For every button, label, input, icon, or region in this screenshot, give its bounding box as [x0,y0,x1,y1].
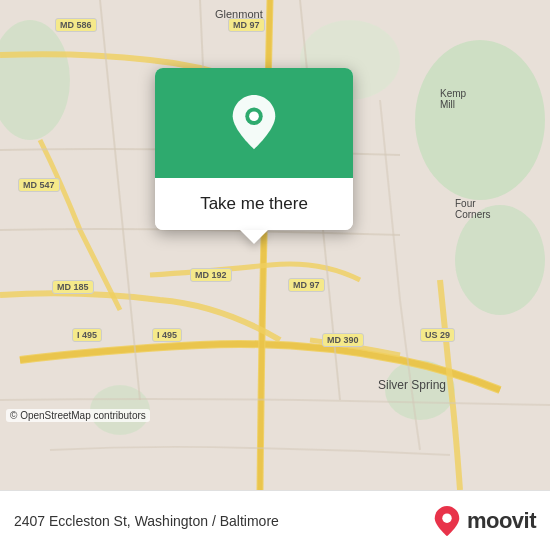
road-label-md547: MD 547 [18,178,60,192]
road-label-md586: MD 586 [55,18,97,32]
svg-point-8 [249,111,259,121]
road-label-i495-w: I 495 [72,328,102,342]
road-label-md97-s: MD 97 [288,278,325,292]
moovit-text: moovit [467,508,536,534]
svg-point-2 [455,205,545,315]
take-me-there-button[interactable]: Take me there [155,178,353,230]
svg-point-9 [442,513,451,522]
bottom-bar: 2407 Eccleston St, Washington / Baltimor… [0,490,550,550]
svg-point-1 [415,40,545,200]
road-label-i495-e: I 495 [152,328,182,342]
address-label: 2407 Eccleston St, Washington / Baltimor… [14,513,433,529]
area-label-silver-spring: Silver Spring [378,378,446,392]
area-label-kemp-mill: KempMill [440,88,466,110]
moovit-logo: moovit [433,505,536,537]
map-view: MD 586 MD 97 MD 547 MD 185 I 495 I 495 M… [0,0,550,490]
location-popup: Take me there [155,68,353,230]
area-label-four-corners: FourCorners [455,198,491,220]
road-label-md390: MD 390 [322,333,364,347]
map-attribution: © OpenStreetMap contributors [6,409,150,422]
location-pin-icon [228,93,280,153]
road-label-us29: US 29 [420,328,455,342]
area-label-glenmont: Glenmont [215,8,263,20]
road-label-md185: MD 185 [52,280,94,294]
road-label-md97-n: MD 97 [228,18,265,32]
popup-header [155,68,353,178]
road-label-md192: MD 192 [190,268,232,282]
moovit-pin-icon [433,505,461,537]
